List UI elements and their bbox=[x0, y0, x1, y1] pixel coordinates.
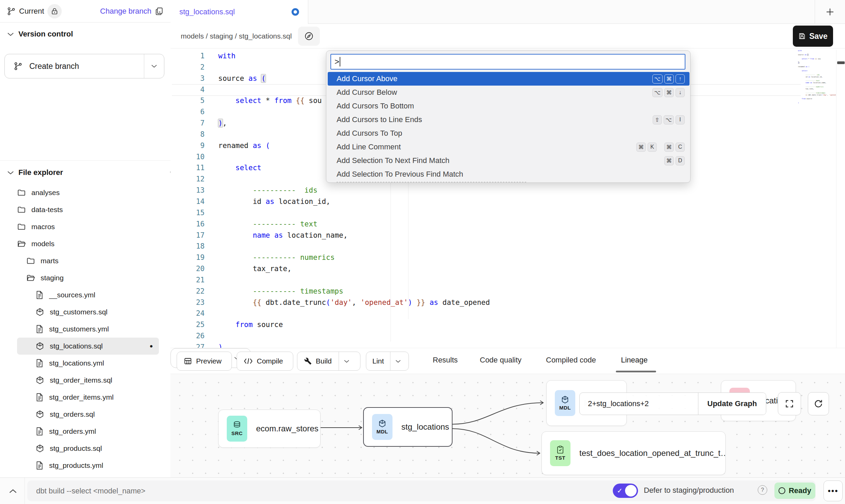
line-number: 7 bbox=[171, 118, 205, 129]
file-row-stg-customers-sql[interactable]: stg_customers.sql bbox=[17, 303, 159, 321]
file-row-data-tests[interactable]: data-tests bbox=[17, 201, 159, 218]
line-number: 3 bbox=[171, 73, 205, 84]
code-line[interactable]: 15 bbox=[171, 207, 845, 219]
file-row-stg-products-yml[interactable]: stg_products.yml bbox=[17, 457, 159, 474]
code-line[interactable]: 26 bbox=[171, 330, 845, 342]
version-control-header[interactable]: Version control bbox=[0, 25, 186, 44]
code-line[interactable]: 17 name as location_name, bbox=[171, 230, 845, 241]
command-palette-input[interactable]: > bbox=[330, 54, 685, 70]
palette-item-add-cursors-to-line-ends[interactable]: Add Cursors to Line Ends⇧⌥I bbox=[328, 113, 690, 127]
key-chip: ⌥ bbox=[664, 115, 674, 124]
palette-item-add-cursor-above[interactable]: Add Cursor Above⌥⌘↑ bbox=[328, 72, 690, 86]
code-line[interactable]: 25 from source bbox=[171, 319, 845, 330]
key-chip: ⌘ bbox=[664, 88, 674, 97]
modified-dot: • bbox=[150, 342, 153, 351]
code-line[interactable]: 21 bbox=[171, 275, 845, 286]
key-chip: ↑ bbox=[676, 74, 685, 84]
file-label: staging bbox=[41, 274, 64, 282]
line-number: 12 bbox=[171, 174, 205, 185]
tab-lineage[interactable]: Lineage bbox=[621, 348, 648, 372]
build-button[interactable]: Build bbox=[297, 352, 360, 371]
file-row-stg-orders-yml[interactable]: stg_orders.yml bbox=[17, 423, 159, 440]
code-line[interactable]: 16 ---------- text bbox=[171, 219, 845, 230]
preview-button[interactable]: Preview bbox=[177, 352, 232, 371]
line-number: 1 bbox=[171, 50, 205, 62]
tab-results[interactable]: Results bbox=[433, 348, 458, 372]
file-row-stg-customers-yml[interactable]: stg_customers.yml bbox=[17, 321, 159, 338]
lineage-panel[interactable]: SRC ecom.raw_stores MDL stg_locations MD… bbox=[171, 374, 845, 477]
more-options-button[interactable]: ••• bbox=[824, 480, 843, 501]
copy-icon[interactable] bbox=[155, 7, 164, 16]
file-row-stg-orders-sql[interactable]: stg_orders.sql bbox=[17, 406, 159, 423]
lineage-node-test[interactable]: TST test_does_location_opened_at_trunc_t… bbox=[542, 431, 726, 475]
line-number: 23 bbox=[171, 297, 205, 308]
file-row-macros[interactable]: macros bbox=[17, 218, 159, 235]
update-graph-button[interactable]: Update Graph bbox=[698, 393, 766, 415]
key-chip: ⌘ bbox=[636, 143, 646, 152]
palette-item-add-cursor-below[interactable]: Add Cursor Below⌥⌘↓ bbox=[328, 86, 690, 99]
palette-item-add-line-comment[interactable]: Add Line Comment⌘K⌘C bbox=[328, 140, 690, 154]
create-branch-button[interactable]: Create branch bbox=[4, 54, 164, 78]
file-row-marts[interactable]: marts bbox=[17, 252, 159, 269]
lint-dropdown[interactable] bbox=[390, 352, 406, 370]
file-row-stg-products-sql[interactable]: stg_products.sql bbox=[17, 440, 159, 457]
file-row-stg-locations-sql[interactable]: stg_locations.sql• bbox=[17, 338, 159, 355]
editor-minimap[interactable]: withsource as ( select * from {{ sou),re… bbox=[798, 50, 836, 105]
file-icon bbox=[35, 291, 44, 299]
file-icon bbox=[35, 325, 44, 333]
code-line[interactable]: 19 ---------- numerics bbox=[171, 252, 845, 263]
file-explorer-header[interactable]: File explorer bbox=[0, 163, 186, 182]
file-row-stg-locations-yml[interactable]: stg_locations.yml bbox=[17, 355, 159, 372]
code-line[interactable]: 18 bbox=[171, 241, 845, 252]
file-row-analyses[interactable]: analyses bbox=[17, 184, 159, 201]
save-button[interactable]: Save bbox=[793, 26, 833, 47]
scrollbar-thumb[interactable] bbox=[837, 61, 845, 64]
tab-label: stg_locations.sql bbox=[179, 8, 235, 16]
refresh-button[interactable] bbox=[808, 392, 829, 415]
file-row-stg-order-items-yml[interactable]: stg_order_items.yml bbox=[17, 389, 159, 406]
code-line[interactable]: 22 ---------- timestamps bbox=[171, 286, 845, 297]
chevron-down-icon bbox=[8, 32, 14, 36]
palette-item-add-cursors-to-top[interactable]: Add Cursors To Top bbox=[328, 127, 690, 140]
tab-code-quality[interactable]: Code quality bbox=[480, 348, 521, 372]
fullscreen-button[interactable] bbox=[778, 392, 801, 415]
folder-icon bbox=[17, 205, 26, 214]
lineage-selector-input[interactable]: 2+stg_locations+2 bbox=[580, 393, 698, 415]
cube-icon bbox=[561, 396, 569, 404]
file-row-stg-order-items-sql[interactable]: stg_order_items.sql bbox=[17, 372, 159, 389]
code-line[interactable]: ) bbox=[798, 102, 836, 104]
code-line[interactable]: 13 ---------- ids bbox=[171, 185, 845, 196]
code-line[interactable]: 27) bbox=[171, 342, 845, 348]
palette-item-add-selection-to-previous-find-match[interactable]: Add Selection To Previous Find Match bbox=[328, 167, 690, 181]
line-number: 27 bbox=[171, 342, 205, 348]
code-line[interactable]: 23 {{ dbt.date_trunc('day', 'opened_at')… bbox=[171, 297, 845, 308]
divider bbox=[0, 160, 171, 161]
line-number: 8 bbox=[171, 129, 205, 140]
lint-button[interactable]: Lint bbox=[366, 352, 409, 371]
lineage-node-source[interactable]: SRC ecom.raw_stores bbox=[218, 410, 321, 448]
file-row-models[interactable]: models bbox=[17, 235, 159, 252]
collapse-panel-button[interactable] bbox=[6, 485, 20, 497]
new-tab-button[interactable] bbox=[815, 0, 845, 24]
file-row-staging[interactable]: staging bbox=[17, 269, 159, 286]
change-branch-link[interactable]: Change branch bbox=[100, 7, 151, 16]
code-icon bbox=[244, 358, 253, 365]
tab-compiled-code[interactable]: Compiled code bbox=[546, 348, 596, 372]
code-line[interactable]: 24 bbox=[171, 308, 845, 319]
build-dropdown[interactable] bbox=[339, 352, 355, 370]
create-branch-dropdown[interactable] bbox=[144, 54, 164, 78]
defer-toggle[interactable]: ✓ bbox=[613, 484, 638, 498]
code-line[interactable]: 14 id as location_id, bbox=[171, 196, 845, 207]
file-icon bbox=[35, 359, 44, 368]
file-row--sources-yml[interactable]: __sources.yml bbox=[17, 286, 159, 303]
palette-item-add-selection-to-next-find-match[interactable]: Add Selection To Next Find Match⌘D bbox=[328, 154, 690, 167]
lineage-node-stg-locations[interactable]: MDL stg_locations bbox=[363, 407, 453, 447]
palette-item-add-cursors-to-bottom[interactable]: Add Cursors To Bottom bbox=[328, 99, 690, 113]
compile-button[interactable]: Compile bbox=[237, 352, 293, 371]
code-line[interactable]: 20 tax_rate, bbox=[171, 263, 845, 275]
tab-stg-locations-sql[interactable]: stg_locations.sql bbox=[171, 0, 308, 24]
folder-icon bbox=[17, 222, 26, 231]
cube-icon bbox=[379, 419, 386, 428]
help-icon[interactable]: ? bbox=[758, 485, 767, 495]
navigate-button[interactable] bbox=[298, 27, 320, 46]
